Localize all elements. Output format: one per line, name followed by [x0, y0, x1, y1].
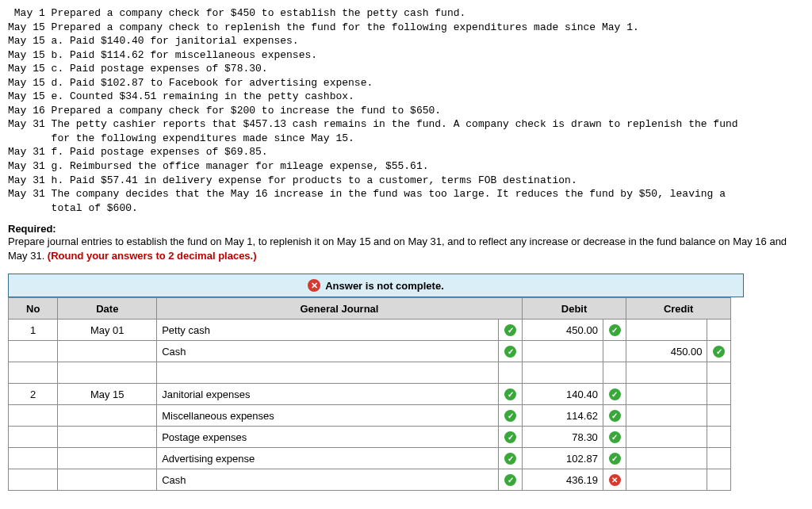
check-icon: ✓ — [504, 410, 516, 422]
cell-no: 1 — [9, 320, 58, 341]
check-icon: ✓ — [504, 474, 516, 486]
col-credit: Credit — [626, 298, 731, 320]
table-row: Cash✓450.00✓ — [9, 341, 731, 362]
check-icon: ✓ — [713, 346, 725, 358]
cell-credit-mark — [707, 448, 731, 469]
cell-no — [9, 448, 58, 469]
cell-date[interactable] — [58, 469, 157, 491]
check-icon: ✓ — [504, 388, 516, 400]
cell-account-mark: ✓ — [499, 427, 523, 448]
wrong-icon: ✕ — [609, 474, 621, 486]
table-row: 2May 15Janitorial expenses✓140.40✓ — [9, 384, 731, 405]
cell-account-mark: ✓ — [499, 405, 523, 427]
cell-debit[interactable] — [522, 362, 603, 384]
col-no: No — [9, 298, 58, 320]
cell-credit[interactable] — [626, 427, 707, 448]
table-row: Postage expenses✓78.30✓ — [9, 427, 731, 448]
col-general-journal: General Journal — [157, 298, 523, 320]
cell-account-mark: ✓ — [499, 384, 523, 405]
cell-credit-mark — [707, 469, 731, 491]
cell-account[interactable]: Cash — [157, 469, 499, 491]
cell-account-mark — [499, 362, 523, 384]
cell-no — [9, 362, 58, 384]
cell-account-mark: ✓ — [499, 448, 523, 469]
check-icon: ✓ — [609, 388, 621, 400]
cell-account[interactable]: Cash — [157, 341, 499, 362]
rounding-note: (Round your answers to 2 decimal places.… — [48, 250, 257, 262]
cell-account[interactable]: Petty cash — [157, 320, 499, 341]
cell-account[interactable]: Postage expenses — [157, 427, 499, 448]
required-text: Prepare journal entries to establish the… — [8, 235, 804, 262]
cell-debit[interactable]: 140.40 — [522, 384, 603, 405]
cell-no — [9, 427, 58, 448]
table-row: Advertising expense✓102.87✓ — [9, 448, 731, 469]
check-icon: ✓ — [504, 324, 516, 336]
cell-date[interactable] — [58, 362, 157, 384]
required-label: Required: — [8, 223, 804, 235]
cell-debit-mark — [603, 362, 626, 384]
check-icon: ✓ — [609, 431, 621, 443]
cell-date[interactable] — [58, 405, 157, 427]
cell-account-mark: ✓ — [499, 341, 523, 362]
cell-date[interactable] — [58, 448, 157, 469]
cell-debit-mark — [603, 341, 626, 362]
check-icon: ✓ — [504, 453, 516, 465]
cell-date[interactable] — [58, 341, 157, 362]
cell-credit[interactable] — [626, 405, 707, 427]
cell-credit[interactable] — [626, 320, 707, 341]
check-icon: ✓ — [504, 431, 516, 443]
cell-credit-mark — [707, 427, 731, 448]
check-icon: ✓ — [504, 346, 516, 358]
check-icon: ✓ — [609, 324, 621, 336]
error-icon: ✕ — [308, 279, 320, 292]
col-debit: Debit — [522, 298, 626, 320]
cell-debit[interactable]: 114.62 — [522, 405, 603, 427]
cell-debit[interactable]: 450.00 — [522, 320, 603, 341]
cell-no: 2 — [9, 384, 58, 405]
cell-no — [9, 405, 58, 427]
cell-credit-mark — [707, 405, 731, 427]
cell-debit-mark: ✓ — [603, 384, 626, 405]
cell-account[interactable] — [157, 362, 499, 384]
cell-account[interactable]: Advertising expense — [157, 448, 499, 469]
answer-status-banner: ✕ Answer is not complete. — [8, 274, 744, 297]
table-row — [9, 362, 731, 384]
cell-no — [9, 341, 58, 362]
check-icon: ✓ — [609, 453, 621, 465]
cell-date[interactable]: May 01 — [58, 320, 157, 341]
cell-debit-mark: ✓ — [603, 320, 626, 341]
col-date: Date — [58, 298, 157, 320]
cell-account[interactable]: Miscellaneous expenses — [157, 405, 499, 427]
table-row: Miscellaneous expenses✓114.62✓ — [9, 405, 731, 427]
cell-debit[interactable]: 436.19 — [522, 469, 603, 491]
cell-debit-mark: ✓ — [603, 427, 626, 448]
cell-credit[interactable]: 450.00 — [626, 341, 707, 362]
cell-account-mark: ✓ — [499, 320, 523, 341]
cell-credit[interactable] — [626, 448, 707, 469]
cell-debit[interactable]: 78.30 — [522, 427, 603, 448]
cell-no — [9, 469, 58, 491]
cell-credit-mark — [707, 320, 731, 341]
cell-account-mark: ✓ — [499, 469, 523, 491]
cell-credit-mark: ✓ — [707, 341, 731, 362]
cell-debit-mark: ✓ — [603, 448, 626, 469]
cell-credit[interactable] — [626, 469, 707, 491]
cell-debit-mark: ✓ — [603, 405, 626, 427]
cell-credit[interactable] — [626, 362, 707, 384]
cell-date[interactable]: May 15 — [58, 384, 157, 405]
cell-debit-mark: ✕ — [603, 469, 626, 491]
table-row: 1May 01Petty cash✓450.00✓ — [9, 320, 731, 341]
cell-credit[interactable] — [626, 384, 707, 405]
table-row: Cash✓436.19✕ — [9, 469, 731, 491]
cell-date[interactable] — [58, 427, 157, 448]
banner-text: Answer is not complete. — [325, 280, 444, 292]
cell-debit[interactable]: 102.87 — [522, 448, 603, 469]
cell-debit[interactable] — [522, 341, 603, 362]
cell-credit-mark — [707, 362, 731, 384]
journal-table: No Date General Journal Debit Credit 1Ma… — [8, 297, 731, 491]
transaction-list: May 1 Prepared a company check for $450 … — [8, 6, 804, 215]
cell-account[interactable]: Janitorial expenses — [157, 384, 499, 405]
cell-credit-mark — [707, 384, 731, 405]
check-icon: ✓ — [609, 410, 621, 422]
